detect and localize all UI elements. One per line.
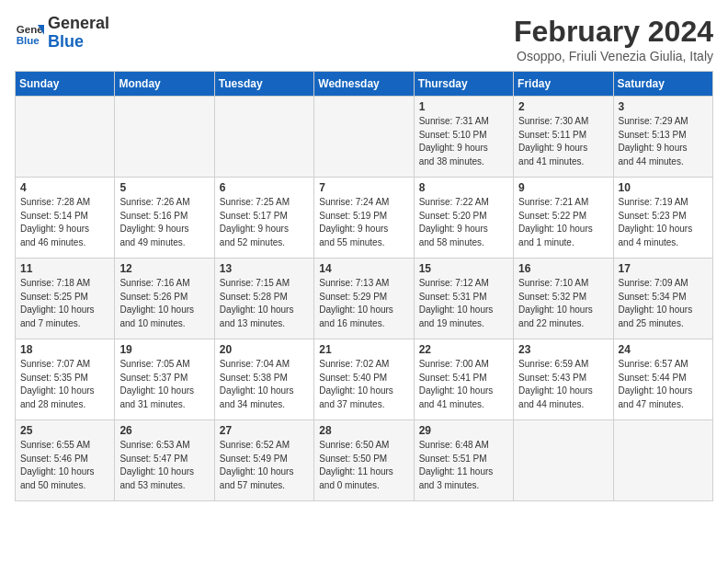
day-number: 24 xyxy=(619,343,708,356)
day-number: 7 xyxy=(319,181,408,194)
calendar-cell: 14Sunrise: 7:13 AM Sunset: 5:29 PM Dayli… xyxy=(314,259,414,339)
cell-content: Sunrise: 6:59 AM Sunset: 5:43 PM Dayligh… xyxy=(518,358,608,411)
logo-blue-text: Blue xyxy=(48,32,84,51)
calendar-cell xyxy=(115,97,214,178)
day-number: 6 xyxy=(220,181,309,194)
cell-content: Sunrise: 7:10 AM Sunset: 5:32 PM Dayligh… xyxy=(518,277,608,330)
calendar-cell: 11Sunrise: 7:18 AM Sunset: 5:25 PM Dayli… xyxy=(16,259,115,339)
calendar-cell: 13Sunrise: 7:15 AM Sunset: 5:28 PM Dayli… xyxy=(214,259,313,339)
calendar-cell: 15Sunrise: 7:12 AM Sunset: 5:31 PM Dayli… xyxy=(414,259,513,339)
calendar-cell: 26Sunrise: 6:53 AM Sunset: 5:47 PM Dayli… xyxy=(115,420,214,501)
calendar-cell: 7Sunrise: 7:24 AM Sunset: 5:19 PM Daylig… xyxy=(314,178,414,259)
day-number: 8 xyxy=(419,181,508,194)
weekday-header-cell: Monday xyxy=(115,72,214,97)
day-number: 21 xyxy=(319,343,408,356)
month-title: February 2024 xyxy=(514,15,713,49)
calendar-cell: 3Sunrise: 7:29 AM Sunset: 5:13 PM Daylig… xyxy=(613,97,712,178)
calendar-week-row: 4Sunrise: 7:28 AM Sunset: 5:14 PM Daylig… xyxy=(16,178,713,259)
logo-general-text: General xyxy=(48,14,109,32)
calendar-cell: 17Sunrise: 7:09 AM Sunset: 5:34 PM Dayli… xyxy=(613,259,712,339)
calendar-cell: 28Sunrise: 6:50 AM Sunset: 5:50 PM Dayli… xyxy=(314,420,414,501)
weekday-header-row: SundayMondayTuesdayWednesdayThursdayFrid… xyxy=(16,72,713,97)
calendar-cell: 19Sunrise: 7:05 AM Sunset: 5:37 PM Dayli… xyxy=(115,339,214,420)
cell-content: Sunrise: 7:26 AM Sunset: 5:16 PM Dayligh… xyxy=(119,196,209,249)
cell-content: Sunrise: 7:15 AM Sunset: 5:28 PM Dayligh… xyxy=(220,277,309,330)
location-text: Osoppo, Friuli Venezia Giulia, Italy xyxy=(514,49,713,63)
day-number: 23 xyxy=(518,343,608,356)
cell-content: Sunrise: 7:09 AM Sunset: 5:34 PM Dayligh… xyxy=(619,277,708,330)
calendar-cell: 4Sunrise: 7:28 AM Sunset: 5:14 PM Daylig… xyxy=(16,178,115,259)
logo: General Blue General Blue xyxy=(15,15,109,52)
cell-content: Sunrise: 7:04 AM Sunset: 5:38 PM Dayligh… xyxy=(220,358,309,411)
weekday-header-cell: Thursday xyxy=(414,72,513,97)
calendar-cell: 27Sunrise: 6:52 AM Sunset: 5:49 PM Dayli… xyxy=(214,420,313,501)
calendar-cell xyxy=(613,420,712,501)
cell-content: Sunrise: 7:12 AM Sunset: 5:31 PM Dayligh… xyxy=(419,277,508,330)
cell-content: Sunrise: 6:53 AM Sunset: 5:47 PM Dayligh… xyxy=(119,439,209,492)
day-number: 20 xyxy=(220,343,309,356)
cell-content: Sunrise: 6:52 AM Sunset: 5:49 PM Dayligh… xyxy=(220,439,309,492)
day-number: 19 xyxy=(119,343,209,356)
calendar-cell: 25Sunrise: 6:55 AM Sunset: 5:46 PM Dayli… xyxy=(16,420,115,501)
calendar-cell xyxy=(214,97,313,178)
calendar-cell: 6Sunrise: 7:25 AM Sunset: 5:17 PM Daylig… xyxy=(214,178,313,259)
calendar-cell: 29Sunrise: 6:48 AM Sunset: 5:51 PM Dayli… xyxy=(414,420,513,501)
calendar-cell: 2Sunrise: 7:30 AM Sunset: 5:11 PM Daylig… xyxy=(514,97,613,178)
day-number: 16 xyxy=(518,262,608,275)
calendar-cell: 9Sunrise: 7:21 AM Sunset: 5:22 PM Daylig… xyxy=(514,178,613,259)
calendar-cell xyxy=(16,97,115,178)
weekday-header-cell: Tuesday xyxy=(214,72,313,97)
cell-content: Sunrise: 7:29 AM Sunset: 5:13 PM Dayligh… xyxy=(619,115,708,168)
day-number: 11 xyxy=(20,262,109,275)
calendar-cell: 1Sunrise: 7:31 AM Sunset: 5:10 PM Daylig… xyxy=(414,97,513,178)
calendar-cell: 12Sunrise: 7:16 AM Sunset: 5:26 PM Dayli… xyxy=(115,259,214,339)
cell-content: Sunrise: 7:02 AM Sunset: 5:40 PM Dayligh… xyxy=(319,358,408,411)
day-number: 14 xyxy=(319,262,408,275)
calendar-cell: 23Sunrise: 6:59 AM Sunset: 5:43 PM Dayli… xyxy=(514,339,613,420)
calendar-body: 1Sunrise: 7:31 AM Sunset: 5:10 PM Daylig… xyxy=(16,97,713,501)
calendar-table: SundayMondayTuesdayWednesdayThursdayFrid… xyxy=(15,71,713,501)
calendar-cell xyxy=(314,97,414,178)
cell-content: Sunrise: 7:24 AM Sunset: 5:19 PM Dayligh… xyxy=(319,196,408,249)
day-number: 17 xyxy=(619,262,708,275)
day-number: 27 xyxy=(220,424,309,437)
cell-content: Sunrise: 7:22 AM Sunset: 5:20 PM Dayligh… xyxy=(419,196,508,249)
cell-content: Sunrise: 7:07 AM Sunset: 5:35 PM Dayligh… xyxy=(20,358,109,411)
day-number: 29 xyxy=(419,424,508,437)
calendar-cell: 24Sunrise: 6:57 AM Sunset: 5:44 PM Dayli… xyxy=(613,339,712,420)
cell-content: Sunrise: 7:00 AM Sunset: 5:41 PM Dayligh… xyxy=(419,358,508,411)
day-number: 10 xyxy=(619,181,708,194)
weekday-header-cell: Wednesday xyxy=(314,72,414,97)
calendar-cell: 21Sunrise: 7:02 AM Sunset: 5:40 PM Dayli… xyxy=(314,339,414,420)
calendar-cell: 20Sunrise: 7:04 AM Sunset: 5:38 PM Dayli… xyxy=(214,339,313,420)
day-number: 12 xyxy=(119,262,209,275)
weekday-header-cell: Sunday xyxy=(16,72,115,97)
day-number: 28 xyxy=(319,424,408,437)
cell-content: Sunrise: 7:28 AM Sunset: 5:14 PM Dayligh… xyxy=(20,196,109,249)
cell-content: Sunrise: 7:25 AM Sunset: 5:17 PM Dayligh… xyxy=(220,196,309,249)
day-number: 15 xyxy=(419,262,508,275)
calendar-cell: 18Sunrise: 7:07 AM Sunset: 5:35 PM Dayli… xyxy=(16,339,115,420)
calendar-week-row: 1Sunrise: 7:31 AM Sunset: 5:10 PM Daylig… xyxy=(16,97,713,178)
calendar-cell: 8Sunrise: 7:22 AM Sunset: 5:20 PM Daylig… xyxy=(414,178,513,259)
cell-content: Sunrise: 7:19 AM Sunset: 5:23 PM Dayligh… xyxy=(619,196,708,249)
day-number: 3 xyxy=(619,100,708,113)
day-number: 9 xyxy=(518,181,608,194)
page-header: General Blue General Blue February 2024 … xyxy=(15,15,713,63)
calendar-cell: 5Sunrise: 7:26 AM Sunset: 5:16 PM Daylig… xyxy=(115,178,214,259)
cell-content: Sunrise: 7:05 AM Sunset: 5:37 PM Dayligh… xyxy=(119,358,209,411)
calendar-week-row: 18Sunrise: 7:07 AM Sunset: 5:35 PM Dayli… xyxy=(16,339,713,420)
cell-content: Sunrise: 6:48 AM Sunset: 5:51 PM Dayligh… xyxy=(419,439,508,492)
day-number: 26 xyxy=(119,424,209,437)
cell-content: Sunrise: 6:55 AM Sunset: 5:46 PM Dayligh… xyxy=(20,439,109,492)
calendar-cell: 10Sunrise: 7:19 AM Sunset: 5:23 PM Dayli… xyxy=(613,178,712,259)
cell-content: Sunrise: 7:18 AM Sunset: 5:25 PM Dayligh… xyxy=(20,277,109,330)
cell-content: Sunrise: 7:13 AM Sunset: 5:29 PM Dayligh… xyxy=(319,277,408,330)
svg-text:Blue: Blue xyxy=(17,34,40,45)
cell-content: Sunrise: 6:50 AM Sunset: 5:50 PM Dayligh… xyxy=(319,439,408,492)
cell-content: Sunrise: 6:57 AM Sunset: 5:44 PM Dayligh… xyxy=(619,358,708,411)
day-number: 2 xyxy=(518,100,608,113)
cell-content: Sunrise: 7:31 AM Sunset: 5:10 PM Dayligh… xyxy=(419,115,508,168)
day-number: 1 xyxy=(419,100,508,113)
weekday-header-cell: Saturday xyxy=(613,72,712,97)
